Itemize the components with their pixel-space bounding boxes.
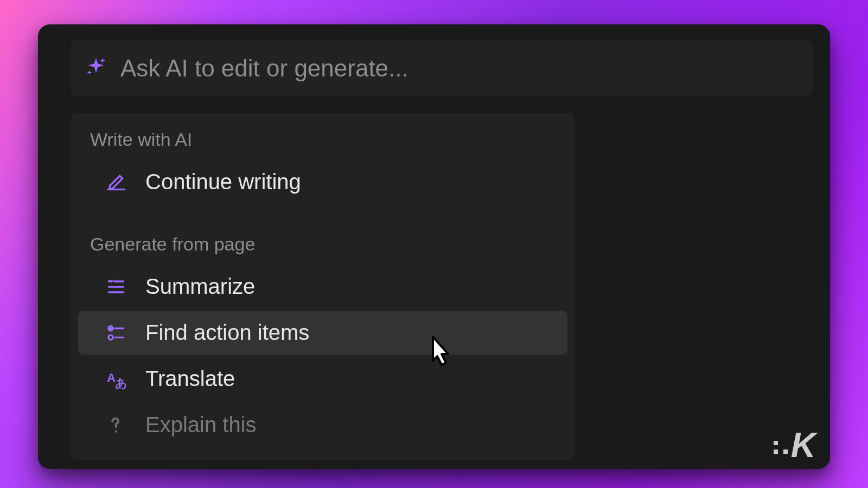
- ai-popover: Write with AI Continue writing Generate …: [38, 24, 830, 469]
- summary-lines-icon: [104, 276, 128, 298]
- menu-item-label: Continue writing: [145, 170, 301, 194]
- watermark-logo: K: [774, 432, 815, 459]
- svg-point-1: [112, 279, 113, 281]
- svg-point-0: [109, 279, 111, 281]
- pencil-line-icon: [104, 171, 128, 193]
- menu-item-translate[interactable]: A あ Translate: [78, 357, 567, 401]
- svg-text:あ: あ: [115, 376, 127, 390]
- sparkle-icon: [85, 56, 107, 81]
- menu-item-label: Summarize: [145, 274, 255, 299]
- section-label-generate: Generate from page: [71, 219, 575, 262]
- ai-menu: Write with AI Continue writing Generate …: [71, 113, 575, 460]
- question-icon: [104, 414, 128, 436]
- ai-prompt-bar[interactable]: [71, 40, 813, 97]
- menu-item-explain-this[interactable]: Explain this: [78, 403, 567, 447]
- menu-item-summarize[interactable]: Summarize: [78, 265, 567, 309]
- menu-item-label: Translate: [145, 367, 235, 391]
- ai-prompt-input[interactable]: [120, 55, 799, 82]
- menu-divider: [71, 214, 575, 214]
- svg-text:A: A: [107, 371, 116, 384]
- svg-point-6: [115, 430, 117, 432]
- menu-item-label: Find action items: [145, 320, 309, 345]
- menu-item-continue-writing[interactable]: Continue writing: [78, 160, 567, 204]
- menu-item-find-action-items[interactable]: Find action items: [78, 311, 567, 355]
- watermark-letter: K: [791, 432, 815, 459]
- checklist-icon: [104, 322, 128, 344]
- svg-point-3: [108, 335, 113, 339]
- section-label-write: Write with AI: [71, 113, 575, 158]
- translate-icon: A あ: [104, 368, 128, 390]
- menu-item-label: Explain this: [145, 413, 257, 437]
